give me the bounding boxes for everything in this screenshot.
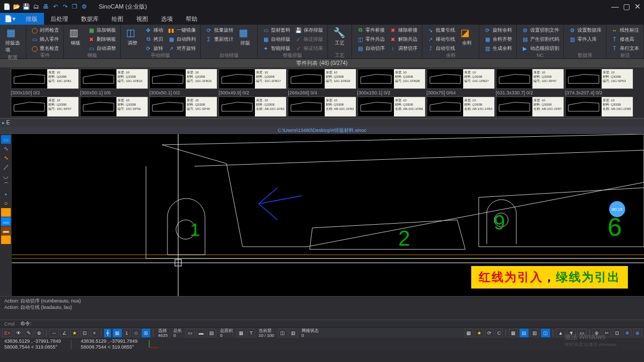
part-cell[interactable]: 厚度: 10材料: Q335B编号: 10C-SP56	[80, 97, 148, 117]
maximize-button[interactable]: ▢	[623, 2, 630, 11]
tool-c3[interactable]: ▬	[1, 226, 11, 235]
tool-arc2[interactable]: ⌒	[1, 181, 11, 189]
gen-remnant-button[interactable]: ▥生成余料	[482, 44, 513, 53]
sb-track[interactable]: ⊞	[142, 329, 150, 337]
tab-help[interactable]: 帮助	[179, 13, 204, 25]
drawing-canvas[interactable]: 1 2 9 6 00:15 红线为引入，绿线为引出	[12, 134, 644, 296]
part-cell[interactable]: 厚度: 10材料: Q335B编号: 10C-1FB10[300x50.1] 0…	[80, 69, 148, 97]
batch-lead-button[interactable]: ↘批量引线	[426, 26, 456, 34]
sb-dim[interactable]: ↔	[49, 329, 58, 337]
tool-dot[interactable]: •	[1, 190, 11, 198]
sb-r3[interactable]: ⟳	[485, 329, 494, 337]
tab-db[interactable]: 数据库	[75, 13, 105, 25]
tab-opts[interactable]: 选项	[155, 13, 179, 25]
part-cell[interactable]: 厚度: 10材料: Q335B编号: 10C-SP47[631.3x330.7]…	[496, 69, 564, 97]
sb-r4[interactable]: C	[495, 329, 503, 337]
part-cell[interactable]: 厚度: 10材料: Q335B名称: AB-10C-1FB2	[218, 97, 287, 117]
tab-view[interactable]: 视图	[130, 13, 155, 25]
part-cell[interactable]: 厚度: 10材料: Q335B编号: 10C-1FB1[300x150] 0/2	[11, 69, 79, 97]
part-store-button[interactable]: ▥零件入库	[567, 35, 603, 43]
verify-result-button[interactable]: ✓验证结果	[294, 44, 324, 53]
tool-wave[interactable]: ∿	[1, 144, 11, 153]
part-cell[interactable]: 厚度: 10材料: Q335B名称: AB-10C-1FB4	[427, 97, 495, 117]
doc-tab[interactable]: ▸ E	[0, 118, 644, 127]
tool-c4[interactable]: ▬	[1, 235, 11, 244]
copy-button[interactable]: ⧉拷贝	[143, 35, 164, 43]
tool-c1[interactable]: ▬	[1, 208, 11, 217]
verify-nest-button[interactable]: ✓验证排版	[294, 35, 324, 43]
nest-options-button[interactable]: ▦排版选项	[3, 26, 23, 55]
part-cell[interactable]: 厚度: 10材料: Q335B编号: 10C-SP40	[149, 97, 217, 117]
mod-height-button[interactable]: T修改高	[610, 35, 640, 43]
part-cell[interactable]: 厚度: 10材料: Q335B名称: AB-10C-1FB7	[496, 97, 564, 117]
undo-icon[interactable]: ↶	[52, 3, 59, 10]
remove-bridge-button[interactable]: ✖移除桥接	[388, 26, 419, 34]
sb-r15[interactable]: ❄	[623, 329, 632, 337]
tool-circle[interactable]: ○	[1, 199, 11, 208]
auto-adjust-button[interactable]: ▭自动调整	[86, 44, 117, 53]
part-cell[interactable]: 厚度: 10材料: Q335B编号: 10C-1FB2B[300x150.1] …	[357, 69, 426, 97]
move-button[interactable]: ✥移动	[143, 26, 164, 34]
print-icon[interactable]: 🖶	[42, 3, 49, 10]
tool-arc[interactable]: ◡	[1, 172, 11, 180]
sb-r16[interactable]: ⊕	[633, 329, 642, 337]
del-plate-button[interactable]: ✖删除钢板	[86, 35, 117, 43]
align-remnant-button[interactable]: ▦余料齐整	[482, 35, 513, 43]
sb-1[interactable]: 1	[123, 329, 130, 337]
part-cell[interactable]: 厚度: 10材料: Q335B编号: 10C-SP57	[11, 97, 79, 117]
rename-check-button[interactable]: ◯重名检查	[30, 44, 60, 53]
plate-button[interactable]: ▥钢板	[67, 26, 84, 48]
auto-seq-button[interactable]: ▤自动切序	[355, 44, 386, 53]
tool-wave2[interactable]: ∿	[1, 153, 11, 162]
sb-m1[interactable]: ▭	[186, 329, 195, 337]
auto-lead-button[interactable]: ⤴自动引线	[426, 44, 456, 53]
new-icon[interactable]: 📄	[3, 3, 11, 10]
sb-grid[interactable]: ▦	[113, 329, 122, 337]
redo-icon[interactable]: ↷	[61, 3, 69, 10]
save-icon[interactable]: 💾	[23, 3, 30, 10]
tab-draw[interactable]: 绘图	[105, 13, 130, 25]
tab-post[interactable]: 后处理	[44, 13, 75, 25]
array-button[interactable]: ▦自动阵列	[166, 35, 197, 43]
set-db-button[interactable]: ⚙设置数据库	[567, 26, 603, 34]
app-menu-button[interactable]: 📄▾	[0, 13, 19, 25]
sb-r8[interactable]: ◫	[541, 329, 550, 337]
closed-check-button[interactable]: ◯封闭检查	[30, 26, 60, 34]
sb-pen[interactable]: ✎	[25, 329, 33, 337]
move-lead-button[interactable]: ↗移动引线	[426, 35, 456, 43]
tool-c2[interactable]: ▬	[1, 217, 11, 226]
sb-m4[interactable]: ▦	[237, 329, 246, 337]
sb-m3[interactable]: ▤	[207, 329, 216, 337]
sb-r5[interactable]: ▦	[509, 329, 518, 337]
sb-ortho[interactable]: ╋	[104, 329, 111, 337]
restat-button[interactable]: Σ重新统计	[204, 35, 235, 43]
saveall-icon[interactable]: 🗂	[32, 3, 40, 10]
common-edge-button[interactable]: ◫零件共边	[355, 35, 386, 43]
nest-button[interactable]: ▦排版	[237, 26, 254, 48]
text-button[interactable]: T单行文本	[610, 44, 640, 53]
sb-snap1[interactable]: ⊡	[80, 329, 89, 337]
close-button[interactable]: ✕	[634, 2, 641, 11]
sb-ang[interactable]: ∠	[60, 329, 69, 337]
rotate-button[interactable]: ⟳旋转	[143, 44, 164, 53]
remnant-button[interactable]: ◪余料	[458, 26, 475, 48]
part-cell[interactable]: 厚度: 10材料: Q335B编号: 10C-1FB29[268x268] 0/…	[288, 69, 356, 97]
open-icon[interactable]: 📂	[13, 3, 20, 10]
part-cell[interactable]: 厚度: 10材料: Q335B名称: AB-10C-1FB8	[565, 97, 633, 117]
align-rotate-button[interactable]: ↗对齐旋转	[166, 44, 197, 53]
sb-r2[interactable]: ★	[475, 329, 484, 337]
adjust-button[interactable]: ◫调整	[124, 26, 141, 48]
add-plate-button[interactable]: ▦添加钢板	[86, 26, 117, 34]
insert-part-button[interactable]: ▭插入零件	[30, 35, 60, 43]
part-cell[interactable]: 厚度: 10材料: Q335B名称: AB-10C-1FB6	[357, 97, 426, 117]
command-input[interactable]	[34, 320, 640, 328]
set-cut-file-button[interactable]: ⚙设置切割文件	[520, 26, 560, 34]
sb-osnap[interactable]: ◇	[132, 329, 140, 337]
sb-r9[interactable]: ▲	[556, 329, 565, 337]
tab-nest[interactable]: 排版	[19, 13, 44, 25]
adjust-seq-button[interactable]: ↕调整切序	[388, 44, 419, 53]
bridge-button[interactable]: ⧉零件桥接	[355, 26, 386, 34]
part-cell[interactable]: 厚度: 10材料: Q335B编号: 10C-1FB15[300x50.1] 0…	[149, 69, 217, 97]
linear-dim-button[interactable]: ↔线性标注	[610, 26, 640, 34]
part-cell[interactable]: 厚度: 10材料: Q335B名称: AB-10C-1FB3	[288, 97, 356, 117]
